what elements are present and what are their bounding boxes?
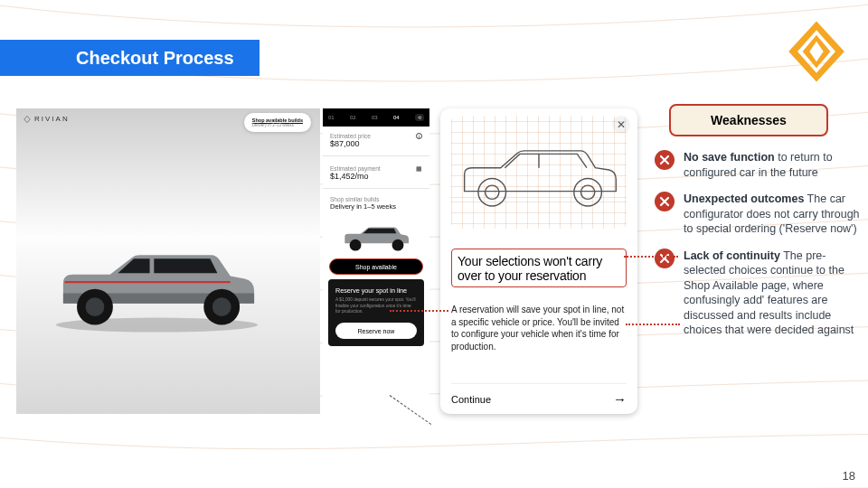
vehicle-wireframe [453, 127, 625, 218]
svg-point-9 [478, 178, 506, 206]
modal-screenshot: ✕ Your selections won't carry over to yo… [440, 108, 637, 414]
svg-point-10 [486, 185, 499, 199]
weakness-item: Unexpected outcomes The car configurator… [655, 192, 863, 237]
svg-point-6 [350, 239, 362, 251]
arrow-right-icon[interactable]: → [613, 391, 627, 407]
reserve-now-button[interactable]: Reserve now [335, 323, 417, 339]
rivian-logo [785, 20, 848, 87]
svg-point-4 [86, 297, 105, 316]
weaknesses-header: Weaknesses [669, 104, 828, 136]
shop-available-button[interactable]: Shop available [329, 258, 423, 275]
slide-title: Checkout Process [0, 40, 259, 76]
configurator-screenshot: RIVIAN Shop available builds Delivery in… [16, 108, 320, 414]
reserve-block: Reserve your spot in line A $1,000 depos… [328, 279, 424, 346]
availability-pill: Shop available builds Delivery in 3–13 w… [244, 113, 311, 132]
connector-line [390, 310, 448, 312]
svg-rect-1 [65, 281, 231, 283]
connector-line [624, 256, 678, 258]
info-icon: i [416, 133, 422, 139]
page-number: 18 [843, 469, 855, 483]
weakness-item: Lack of continuity The pre-selected choi… [655, 249, 863, 338]
estimated-payment: Estimated payment $1,452/mo ▦ [323, 159, 429, 185]
step-indicator: 01020304 ⟲ [323, 108, 429, 127]
svg-point-12 [580, 185, 594, 199]
mini-vehicle-icon [337, 217, 415, 253]
x-circle-icon [655, 150, 675, 170]
modal-headline: Your selections won't carry over to your… [451, 249, 627, 287]
undo-icon: ⟲ [415, 114, 424, 121]
shop-similar: Shop similar builds Delivery in 1–5 week… [323, 191, 429, 214]
svg-point-5 [212, 297, 231, 316]
svg-point-11 [574, 178, 602, 206]
x-circle-icon [655, 192, 675, 211]
calculator-icon: ▦ [416, 165, 422, 173]
estimated-price: Estimated price $87,000 i [323, 127, 429, 153]
connector-line [626, 324, 680, 325]
x-circle-icon [655, 249, 675, 268]
brand-logo: RIVIAN [24, 115, 70, 123]
svg-point-7 [392, 239, 404, 251]
weakness-list: No save function to return to configured… [655, 150, 863, 350]
weakness-item: No save function to return to configured… [655, 150, 863, 180]
summary-panel-screenshot: 01020304 ⟲ Estimated price $87,000 i Est… [323, 108, 429, 414]
modal-body: A reservation will save your spot in lin… [451, 304, 627, 352]
continue-button[interactable]: Continue [451, 394, 491, 405]
vehicle-render [42, 224, 272, 333]
